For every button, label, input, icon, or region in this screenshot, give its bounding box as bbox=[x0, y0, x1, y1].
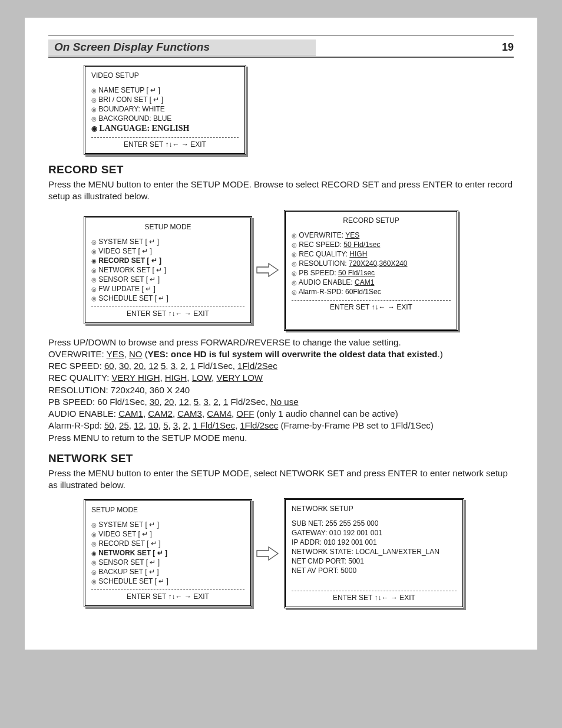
menu-item: ◎ RECORD SET [ ↵ ] bbox=[91, 539, 244, 548]
menu-item-selected: ◉ RECORD SET [ ↵ ] bbox=[91, 256, 244, 265]
panel-footer: ENTER SET ↑↓← → EXIT bbox=[91, 591, 244, 603]
panel-footer: ENTER SET ↑↓← → EXIT bbox=[91, 308, 244, 320]
panel-title: SETUP MODE bbox=[91, 223, 244, 231]
menu-item: ◎ BACKGROUND: BLUE bbox=[91, 114, 239, 123]
menu-item: ◎ BACKUP SET [ ↵ ] bbox=[91, 567, 244, 577]
menu-item-selected: ◉ LANGUAGE: ENGLISH bbox=[91, 123, 239, 134]
right-arrow-icon bbox=[256, 545, 279, 562]
divider bbox=[91, 307, 244, 307]
record-set-heading: RECORD SET bbox=[48, 163, 514, 176]
menu-item: NET CMD PORT: 5001 bbox=[292, 556, 457, 566]
menu-item: ◎ REC QUALITY: HIGH bbox=[292, 249, 451, 259]
menu-item: NETWORK STATE: LOCAL_LAN/EXTER_LAN bbox=[292, 547, 457, 556]
menu-item: ◎ SYSTEM SET [ ↵ ] bbox=[91, 520, 244, 529]
menu-item: SUB NET: 255 255 255 000 bbox=[292, 519, 457, 528]
right-arrow-icon bbox=[256, 261, 279, 279]
menu-item: ◎ AUDIO ENABLE: CAM1 bbox=[292, 278, 451, 287]
menu-item: GATEWAY: 010 192 001 001 bbox=[292, 528, 457, 538]
header-title: On Screen Display Functions bbox=[54, 41, 210, 53]
menu-item: ◎ VIDEO SET [ ↵ ] bbox=[91, 529, 244, 539]
menu-item: ◎ SENSOR SET [ ↵ ] bbox=[91, 558, 244, 567]
menu-item: ◎ NETWORK SET [ ↵ ] bbox=[91, 265, 244, 275]
menu-item: ◎ SYSTEM SET [ ↵ ] bbox=[91, 237, 244, 246]
menu-item: ◎ SCHEDULE SET [ ↵ ] bbox=[91, 577, 244, 586]
panel-footer: ENTER SET ↑↓← → EXIT bbox=[292, 302, 451, 314]
menu-item: ◎ Alarm-R-SPD: 60Fld/1Sec bbox=[292, 287, 451, 297]
setup-mode-panel: SETUP MODE ◎ SYSTEM SET [ ↵ ] ◎ VIDEO SE… bbox=[84, 499, 252, 607]
menu-item: ◎ OVERWRITE: YES bbox=[292, 230, 451, 240]
menu-item: ◎ NAME SETUP [ ↵ ] bbox=[91, 85, 239, 95]
menu-item: ◎ BRI / CON SET [ ↵ ] bbox=[91, 95, 239, 104]
divider bbox=[292, 591, 457, 591]
divider bbox=[91, 589, 244, 590]
network-set-diagram: SETUP MODE ◎ SYSTEM SET [ ↵ ] ◎ VIDEO SE… bbox=[84, 498, 514, 608]
record-body: Press UP/DOWN to browse and press FORWAR… bbox=[48, 337, 514, 444]
network-set-heading: NETWORK SET bbox=[48, 452, 514, 465]
page-number: 19 bbox=[502, 41, 514, 54]
divider bbox=[91, 137, 239, 138]
menu-item: ◎ VIDEO SET [ ↵ ] bbox=[91, 246, 244, 256]
header-title-wrap: On Screen Display Functions bbox=[48, 39, 316, 55]
menu-item: ◎ BOUNDARY: WHITE bbox=[91, 104, 239, 114]
panel-title: NETWORK SETUP bbox=[292, 505, 457, 513]
header-bar: On Screen Display Functions 19 bbox=[48, 39, 514, 58]
panel-title: SETUP MODE bbox=[91, 506, 244, 514]
network-set-intro: Press the MENU button to enter the SETUP… bbox=[48, 467, 514, 492]
panel-footer: ENTER SET ↑↓← → EXIT bbox=[292, 592, 457, 604]
menu-item: ◎ SCHEDULE SET [ ↵ ] bbox=[91, 294, 244, 303]
divider bbox=[292, 300, 451, 301]
menu-item: ◎ FW UPDATE [ ↵ ] bbox=[91, 284, 244, 294]
menu-item: ◎ RESOLUTION: 720X240,360X240 bbox=[292, 259, 451, 268]
menu-item: ◎ SENSOR SET [ ↵ ] bbox=[91, 275, 244, 284]
video-setup-panel: VIDEO SETUP ◎ NAME SETUP [ ↵ ] ◎ BRI / C… bbox=[84, 65, 246, 155]
network-setup-panel: NETWORK SETUP SUB NET: 255 255 255 000 G… bbox=[284, 498, 464, 608]
record-set-intro: Press the MENU button to enter the SETUP… bbox=[48, 179, 514, 203]
panel-footer: ENTER SET ↑↓← → EXIT bbox=[91, 139, 239, 151]
document-page: On Screen Display Functions 19 VIDEO SET… bbox=[25, 18, 537, 650]
menu-item: IP ADDR: 010 192 001 001 bbox=[292, 538, 457, 547]
record-set-diagram: SETUP MODE ◎ SYSTEM SET [ ↵ ] ◎ VIDEO SE… bbox=[84, 210, 514, 331]
panel-title: RECORD SETUP bbox=[292, 216, 451, 225]
record-setup-panel: RECORD SETUP ◎ OVERWRITE: YES ◎ REC SPEE… bbox=[284, 210, 458, 331]
panel-title: VIDEO SETUP bbox=[91, 71, 239, 80]
setup-mode-panel: SETUP MODE ◎ SYSTEM SET [ ↵ ] ◎ VIDEO SE… bbox=[84, 216, 252, 324]
menu-item-selected: ◉ NETWORK SET [ ↵ ] bbox=[91, 548, 244, 558]
menu-item: ◎ PB SPEED: 50 Fld/1sec bbox=[292, 268, 451, 278]
menu-item: NET AV PORT: 5000 bbox=[292, 566, 457, 575]
top-rule bbox=[48, 35, 514, 36]
menu-item: ◎ REC SPEED: 50 Fld/1sec bbox=[292, 240, 451, 249]
